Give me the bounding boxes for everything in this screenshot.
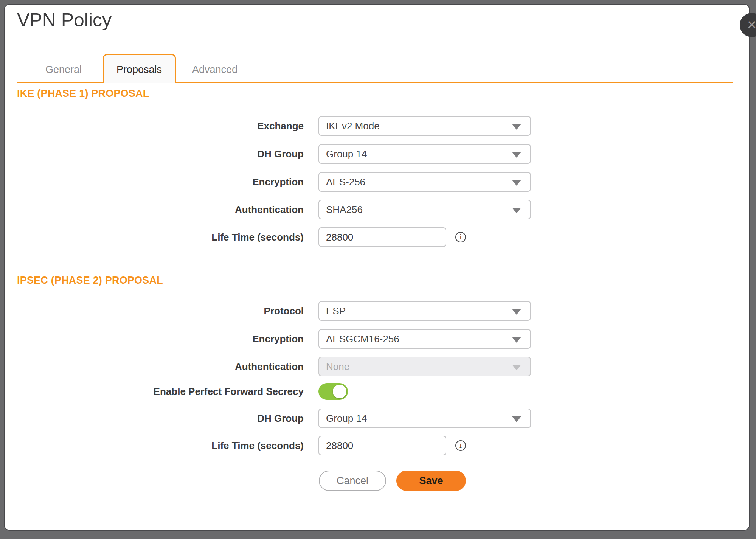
page-title: VPN Policy [17, 9, 112, 31]
pfs-toggle[interactable] [318, 383, 348, 400]
dh-group-select[interactable]: Group 14 [318, 144, 531, 164]
life-time-input[interactable] [318, 227, 446, 247]
info-icon[interactable]: i [455, 232, 466, 242]
chevron-down-icon [512, 309, 521, 315]
life-time-label: Life Time (seconds) [0, 227, 304, 247]
encryption-select[interactable]: AES-256 [318, 172, 531, 192]
authentication-select[interactable]: SHA256 [318, 200, 531, 219]
authentication-p2-label: Authentication [0, 357, 304, 376]
dh-group-p2-row: DH Group Group 14 [0, 409, 756, 428]
encryption-label: Encryption [0, 172, 304, 192]
authentication-label: Authentication [0, 200, 304, 219]
life-time-row: Life Time (seconds) i [0, 227, 756, 247]
encryption-select-value: AES-256 [326, 173, 365, 191]
encryption-row: Encryption AES-256 [0, 172, 756, 192]
tab-advanced[interactable]: Advanced [192, 64, 238, 76]
save-button[interactable]: Save [396, 471, 466, 491]
exchange-select-value: IKEv2 Mode [326, 117, 380, 135]
section-divider [16, 269, 736, 269]
authentication-p2-select: None [318, 357, 531, 376]
toggle-knob [333, 385, 346, 398]
tab-proposals[interactable]: Proposals [116, 64, 162, 76]
chevron-down-icon [512, 124, 521, 130]
dh-group-select-value: Group 14 [326, 145, 367, 163]
chevron-down-icon [512, 337, 521, 343]
protocol-label: Protocol [0, 301, 304, 321]
pfs-label: Enable Perfect Forward Secrecy [0, 383, 304, 400]
life-time-p2-row: Life Time (seconds) i [0, 436, 756, 455]
exchange-select[interactable]: IKEv2 Mode [318, 116, 531, 136]
close-icon: ✕ [747, 19, 756, 31]
chevron-down-icon [512, 416, 521, 422]
dh-group-row: DH Group Group 14 [0, 144, 756, 164]
section-heading-ike-phase1: IKE (PHASE 1) PROPOSAL [17, 88, 149, 99]
protocol-select-value: ESP [326, 302, 346, 320]
authentication-select-value: SHA256 [326, 200, 363, 219]
section-heading-ipsec-phase2: IPSEC (PHASE 2) PROPOSAL [17, 275, 163, 286]
encryption-p2-select-value: AESGCM16-256 [326, 330, 399, 348]
info-icon[interactable]: i [455, 440, 466, 451]
cancel-button[interactable]: Cancel [319, 471, 386, 491]
exchange-label: Exchange [0, 116, 304, 136]
encryption-p2-row: Encryption AESGCM16-256 [0, 329, 756, 349]
chevron-down-icon [512, 365, 521, 370]
chevron-down-icon [512, 180, 521, 186]
dh-group-p2-label: DH Group [0, 409, 304, 428]
tab-general[interactable]: General [45, 64, 82, 76]
exchange-row: Exchange IKEv2 Mode [0, 116, 756, 136]
info-icon-glyph: i [459, 442, 462, 449]
info-icon-glyph: i [459, 234, 462, 241]
life-time-p2-label: Life Time (seconds) [0, 436, 304, 455]
life-time-p2-input[interactable] [318, 436, 446, 455]
authentication-p2-select-value: None [326, 357, 349, 376]
pfs-row: Enable Perfect Forward Secrecy [0, 383, 756, 400]
encryption-p2-select[interactable]: AESGCM16-256 [318, 329, 531, 349]
authentication-row: Authentication SHA256 [0, 200, 756, 219]
protocol-row: Protocol ESP [0, 301, 756, 321]
footer-actions: Cancel Save [0, 471, 756, 491]
dh-group-p2-select[interactable]: Group 14 [318, 409, 531, 428]
authentication-p2-row: Authentication None [0, 357, 756, 376]
screen: ✕ VPN Policy General Proposals Advanced … [0, 0, 756, 539]
chevron-down-icon [512, 208, 521, 213]
encryption-p2-label: Encryption [0, 329, 304, 349]
protocol-select[interactable]: ESP [318, 301, 531, 321]
chevron-down-icon [512, 152, 521, 158]
dh-group-label: DH Group [0, 144, 304, 164]
dh-group-p2-select-value: Group 14 [326, 409, 367, 428]
